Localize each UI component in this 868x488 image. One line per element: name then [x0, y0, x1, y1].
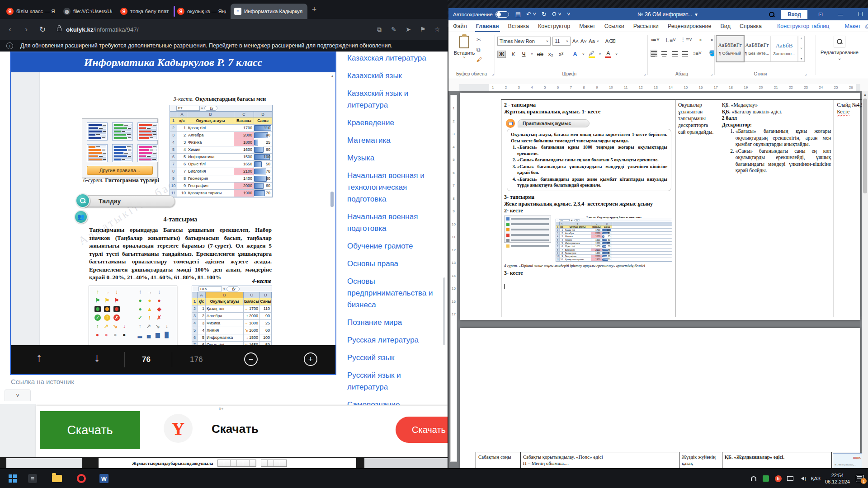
pdf-scrollbar[interactable]: ▲ [330, 74, 335, 343]
sidebar-link-10[interactable]: Основы права [347, 258, 433, 270]
language-indicator[interactable]: ҚАЗ [811, 476, 821, 481]
style-card-3[interactable]: АаБбВЗаголово... [771, 36, 798, 61]
sidebar-link-4[interactable]: Краеведение [347, 117, 433, 129]
sidebar-link-12[interactable]: Познание мира [347, 317, 433, 328]
numbering-icon[interactable]: ⒈≡˅ [664, 37, 676, 44]
cut-icon[interactable]: ✂ [476, 37, 482, 43]
decrease-indent-icon[interactable]: ⇤ [699, 37, 704, 44]
sidebar-link-16[interactable]: Самопознание [347, 399, 433, 405]
back-icon[interactable]: ‹ [4, 23, 16, 36]
tab-рассылки[interactable]: Рассылки [629, 20, 663, 32]
sidebar-link-7[interactable]: Начальная военная и технологическая подг… [347, 170, 433, 205]
cell-stars-method[interactable]: ҚБ. «Жұлдызшалар» әдісі. [722, 452, 832, 468]
document-page-2[interactable]: Сабақтың соңы Сабақты қорытындылау. «Поп… [460, 328, 860, 468]
column-header-D[interactable]: D [602, 222, 612, 225]
contextual-tab[interactable]: Конструктор таблиц [773, 20, 834, 32]
tab-конструктор[interactable]: Конструктор [533, 20, 575, 32]
font-name-select[interactable]: Times New Ron˅ [497, 37, 551, 46]
flag-icon[interactable]: ⚑ [419, 26, 427, 33]
file-explorer-icon[interactable] [51, 472, 63, 485]
sidebar-link-15[interactable]: Русский язык и литература [347, 370, 433, 393]
table-cell-students[interactable]: Оқушылар ұсынылған тапсырманы дескриптор… [675, 100, 719, 317]
format-painter-icon[interactable]: 🖌 [476, 56, 482, 63]
column-header-C[interactable]: C [244, 292, 260, 298]
contextual-tab[interactable]: Макет [840, 20, 865, 32]
clear-format-icon[interactable]: А⌫ [605, 38, 616, 44]
align-justify-icon[interactable] [682, 50, 688, 56]
namebox-dropdown-icon[interactable]: ▾ [571, 219, 573, 222]
browser-tab-5[interactable]: ≡Информатика Кадыркул [231, 4, 307, 19]
grow-font-icon[interactable]: А˄ [572, 38, 579, 44]
superscript-button[interactable]: x² [558, 51, 564, 57]
scroll-up-icon[interactable]: ▲ [330, 74, 335, 79]
tab-файл[interactable]: Файл [448, 20, 472, 32]
align-left-icon[interactable] [651, 50, 657, 56]
font-color-icon[interactable]: А [605, 50, 611, 58]
sidebar-link-13[interactable]: Русская литература [347, 334, 433, 346]
tray-volume-icon[interactable]: ) [799, 475, 807, 483]
reload-icon[interactable]: ↻ [36, 23, 49, 36]
column-header-A[interactable]: A [560, 222, 564, 225]
download-button-red[interactable]: Скачать [396, 417, 448, 443]
autosave-toggle[interactable] [495, 11, 509, 18]
tray-network-icon[interactable] [787, 475, 794, 483]
word-scrollbar[interactable]: ▲ [862, 91, 868, 468]
vertical-ruler[interactable]: 1234567891011121314151617 [450, 95, 457, 462]
split-view-icon[interactable]: ⧉ [375, 26, 383, 33]
sidebar-link-11[interactable]: Основы предпринимательства и бизнеса [347, 276, 433, 311]
cell-lesson-end[interactable]: Сабақтың соңы [476, 452, 521, 468]
sidebar-link-1[interactable]: Казахская литература [347, 52, 433, 64]
start-button[interactable] [6, 472, 19, 485]
align-right-icon[interactable] [672, 50, 678, 56]
download-label[interactable]: Скачать [212, 422, 259, 436]
current-page[interactable]: 76 [142, 355, 151, 364]
column-header-D[interactable]: D [254, 112, 272, 117]
bold-button[interactable]: Ж [497, 51, 506, 58]
column-header-B[interactable]: B [187, 112, 234, 117]
collapse-chevron[interactable]: ˅ [5, 389, 31, 401]
browser-tab-4[interactable]: Яоқулық кз — Яндекс: наш [174, 4, 230, 19]
histogram-thumb-5[interactable] [112, 144, 133, 162]
horizontal-ruler[interactable]: 1234567891011121314151617181920212223242… [459, 84, 860, 91]
scroll-thumb[interactable] [330, 192, 334, 207]
namebox-dropdown-icon[interactable]: ▾ [223, 287, 225, 291]
histogram-thumb-3[interactable] [137, 122, 158, 141]
editing-group[interactable]: Редактирование ˅ [820, 36, 859, 61]
tray-headset-icon[interactable] [750, 475, 758, 483]
styles-scroll[interactable]: ˄˅▾ [798, 36, 804, 61]
url-text[interactable]: okulyk.kz/informatika/947/ [66, 26, 139, 33]
browser-tab-1[interactable]: Ябілім класс — Яндекс: на [3, 4, 59, 19]
cell-reference[interactable]: F7 [176, 106, 200, 111]
column-header-B[interactable]: B [206, 292, 244, 298]
paste-button[interactable]: Вставить˅ [454, 36, 475, 66]
column-header-A[interactable]: A [198, 292, 206, 298]
page-up-button[interactable]: ↑ [36, 351, 42, 365]
download-button-green[interactable]: Скачать [40, 411, 140, 449]
sidebar-link-6[interactable]: Музыка [347, 152, 433, 164]
histogram-thumb-1[interactable] [87, 122, 108, 141]
clock[interactable]: 22:54 06.12.2024 [825, 472, 850, 485]
symbol-icon[interactable]: Ω ˅ [552, 11, 561, 18]
notification-center-icon[interactable]: 1 [854, 475, 865, 483]
minimize-icon[interactable]: — [834, 8, 847, 20]
table-cell-tasks[interactable]: 2 - тапсырма Жұптық практикалық жұмыс. 1… [501, 100, 675, 317]
autosave-control[interactable]: Автосохранение [453, 11, 509, 18]
underline-button[interactable]: Ч [520, 51, 527, 57]
column-header-C[interactable]: C [234, 112, 254, 117]
lock-icon[interactable] [57, 28, 61, 31]
increase-indent-icon[interactable]: ⇥ [708, 37, 713, 44]
column-header-C[interactable]: C [591, 222, 602, 225]
edit-icon[interactable]: ✎ [390, 26, 398, 33]
other-rules-button[interactable]: Другие правила... [87, 166, 153, 175]
cell-reference[interactable]: F7 [559, 219, 570, 221]
share-button[interactable]: ⎙ П [865, 23, 868, 29]
zoom-out-button[interactable]: − [244, 352, 258, 366]
forward-icon[interactable]: › [20, 23, 33, 36]
tray-orange-app-icon[interactable]: b [774, 475, 782, 483]
cell-pops-method[interactable]: Сабақты қорытындылау. «Попс» әдісі П – М… [521, 452, 679, 468]
sidebar-link-14[interactable]: Русский язык [347, 352, 433, 364]
redo-icon[interactable]: ↻ [542, 11, 547, 18]
cell-juzdik[interactable]: Жүздік жүйенің қазақ [679, 452, 722, 468]
table-cell-assessment[interactable]: ҚБ. «Мадақтау» ҚБ. «Бағалау шәкілі» әдіс… [719, 100, 834, 317]
text-effects-icon[interactable]: А [572, 51, 578, 57]
